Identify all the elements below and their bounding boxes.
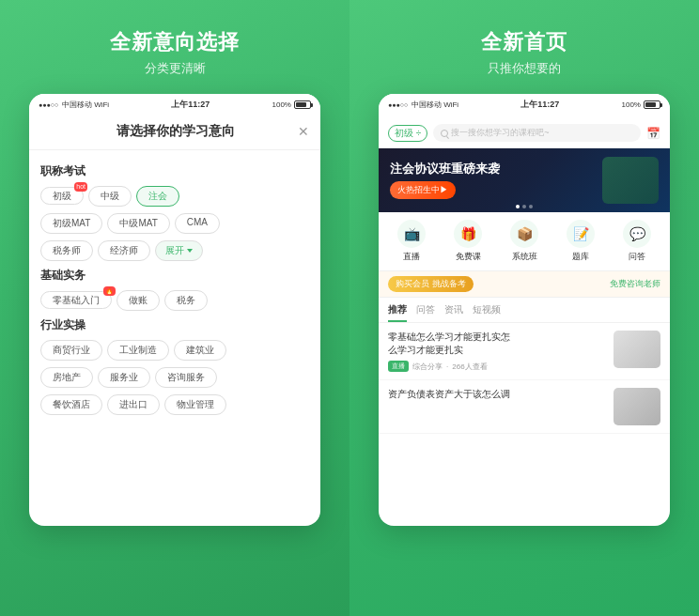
status-left-r: ●●●○○ 中国移动 WiFi: [388, 100, 458, 110]
search-bar[interactable]: 搜一搜你想学习的课程吧~: [433, 124, 641, 142]
left-title: 全新意向选择: [110, 28, 240, 56]
icon-nav: 📺 直播 🎁 免费课 📦 系统班 📝 题库 💬 问答: [379, 212, 670, 271]
member-bar: 购买会员 挑战备考 免费咨询老师: [379, 271, 670, 298]
tag-chujimat[interactable]: 初级MAT: [40, 213, 102, 234]
right-title: 全新首页: [481, 28, 567, 56]
banner-text-block: 注会协议班重磅来袭 火热招生中▶: [390, 162, 500, 200]
left-panel: 全新意向选择 分类更清晰 ●●●○○ 中国移动 WiFi 上午11:27 100…: [0, 0, 350, 616]
left-subtitle: 分类更清晰: [145, 60, 206, 77]
buy-member-button[interactable]: 购买会员 挑战备考: [388, 276, 474, 292]
tag-wrapper-chuji: 初级 hot: [40, 186, 84, 207]
time-text-r: 上午11:27: [520, 99, 559, 111]
article-meta-1: 直播 综合分享 · 266人查看: [388, 361, 606, 372]
right-panel: 全新首页 只推你想要的 ●●●○○ 中国移动 WiFi 上午11:27 100%…: [350, 0, 699, 616]
expand-button[interactable]: 展开: [155, 240, 203, 261]
wifi-icon: WiFi: [94, 100, 109, 109]
right-subtitle: 只推你想要的: [488, 60, 561, 77]
tag-jinchu[interactable]: 进出口: [107, 394, 160, 415]
carrier-text: 中国移动: [62, 100, 92, 110]
article-content-2: 资产负债表资产大于该怎么调: [388, 388, 606, 405]
tab-video[interactable]: 短视频: [473, 303, 501, 322]
banner-image: [602, 157, 659, 204]
qa-label: 问答: [629, 251, 645, 263]
article-title-2: 资产负债表资产大于该怎么调: [388, 388, 606, 401]
search-icon: [441, 130, 448, 137]
tab-qa[interactable]: 问答: [416, 303, 435, 322]
status-bar-left: ●●●○○ 中国移动 WiFi 上午11:27 100%: [29, 94, 320, 116]
tag-zuozhang[interactable]: 做账: [116, 290, 160, 311]
status-right-r: 100%: [622, 100, 660, 109]
tag-shuiwu[interactable]: 税务: [164, 290, 208, 311]
article-item-1[interactable]: 零基础怎么学习才能更扎实怎么学习才能更扎实 直播 综合分享 · 266人查看: [379, 323, 670, 380]
tag-fuwuye[interactable]: 服务业: [98, 367, 150, 388]
live-badge-1: 直播: [388, 361, 409, 372]
article-thumb-1: [614, 331, 660, 368]
section-label-jc: 基础实务: [40, 268, 309, 284]
battery-text-r: 100%: [622, 100, 641, 109]
free-label: 免费课: [456, 251, 481, 263]
section-label-zc: 职称考试: [40, 163, 309, 179]
meta-category-1: 综合分享: [412, 362, 443, 372]
tag-row-3: 税务师 经济师 展开: [40, 240, 309, 261]
tag-row-hy3: 餐饮酒店 进出口 物业管理: [40, 394, 309, 415]
dialog-title: 请选择你的学习意向: [54, 123, 298, 140]
search-placeholder: 搜一搜你想学习的课程吧~: [451, 127, 549, 139]
tag-wuye[interactable]: 物业管理: [164, 394, 226, 415]
level-button[interactable]: 初级 ÷: [388, 125, 427, 142]
battery-text: 100%: [272, 100, 291, 109]
nav-item-live[interactable]: 📺 直播: [397, 220, 426, 263]
battery-icon: [294, 100, 311, 109]
article-title-1: 零基础怎么学习才能更扎实怎么学习才能更扎实: [388, 331, 606, 357]
nav-item-free[interactable]: 🎁 免费课: [454, 220, 482, 263]
tag-gongye[interactable]: 工业制造: [107, 340, 169, 361]
tag-zhongji[interactable]: 中级: [88, 186, 132, 207]
tag-shangmao[interactable]: 商贸行业: [40, 340, 102, 361]
tag-zixun[interactable]: 咨询服务: [155, 367, 217, 388]
banner-cta[interactable]: 火热招生中▶: [390, 181, 456, 199]
status-bar-right: ●●●○○ 中国移动 WiFi 上午11:27 100%: [379, 94, 670, 116]
article-item-2[interactable]: 资产负债表资产大于该怎么调: [379, 380, 670, 434]
phone-header-left: 请选择你的学习意向 ✕: [29, 116, 320, 150]
tag-cma[interactable]: CMA: [175, 213, 220, 234]
meta-views-1: 266人查看: [452, 362, 487, 372]
hot-badge-chuji: hot: [74, 182, 87, 192]
tag-cayin[interactable]: 餐饮酒店: [40, 394, 102, 415]
chevron-down-icon: [187, 249, 193, 253]
banner-title: 注会协议班重磅来袭: [390, 162, 500, 177]
carrier-text-r: 中国移动: [412, 100, 442, 110]
tag-row-1: 初级 hot 中级 注会: [40, 186, 309, 207]
meta-dot: ·: [446, 362, 448, 371]
nav-item-system[interactable]: 📦 系统班: [510, 220, 538, 263]
hot-badge-ljr: 🔥: [103, 286, 116, 296]
dot-3: [529, 205, 533, 208]
tag-jianzhu[interactable]: 建筑业: [174, 340, 226, 361]
questions-icon: 📝: [567, 220, 595, 248]
nav-item-qa[interactable]: 💬 问答: [623, 220, 651, 263]
status-right: 100%: [272, 100, 311, 109]
tab-news[interactable]: 资讯: [444, 303, 463, 322]
tag-wrapper-ljr: 零基础入门 🔥: [40, 290, 112, 311]
wifi-icon-r: WiFi: [443, 100, 458, 109]
tag-zhuhui[interactable]: 注会: [136, 186, 179, 207]
expand-label: 展开: [165, 244, 184, 257]
tag-jingjishi[interactable]: 经济师: [98, 240, 150, 261]
phone-body-left: 职称考试 初级 hot 中级 注会 初级MAT 中级MAT CMA 税务师 经济…: [29, 150, 320, 431]
tag-zhongjimat[interactable]: 中级MAT: [107, 213, 169, 234]
consult-button[interactable]: 免费咨询老师: [610, 278, 660, 290]
questions-label: 题库: [572, 251, 589, 263]
calendar-icon[interactable]: 📅: [646, 127, 660, 140]
tag-shuiwushi[interactable]: 税务师: [40, 240, 93, 261]
tag-fangdichan[interactable]: 房地产: [40, 367, 93, 388]
content-tabs: 推荐 问答 资讯 短视频: [379, 298, 670, 323]
tag-row-jc: 零基础入门 🔥 做账 税务: [40, 290, 309, 311]
phone-header-right: 初级 ÷ 搜一搜你想学习的课程吧~ 📅: [379, 116, 670, 148]
tag-ljr[interactable]: 零基础入门: [40, 291, 112, 309]
right-phone: ●●●○○ 中国移动 WiFi 上午11:27 100% 初级 ÷ 搜一搜你想学…: [379, 94, 670, 526]
tab-recommend[interactable]: 推荐: [388, 303, 407, 322]
left-phone: ●●●○○ 中国移动 WiFi 上午11:27 100% 请选择你的学习意向 ✕: [29, 94, 320, 526]
nav-item-questions[interactable]: 📝 题库: [567, 220, 595, 263]
time-text: 上午11:27: [171, 99, 210, 111]
battery-icon-r: [644, 100, 660, 109]
qa-icon: 💬: [623, 220, 651, 248]
close-button[interactable]: ✕: [298, 124, 309, 139]
